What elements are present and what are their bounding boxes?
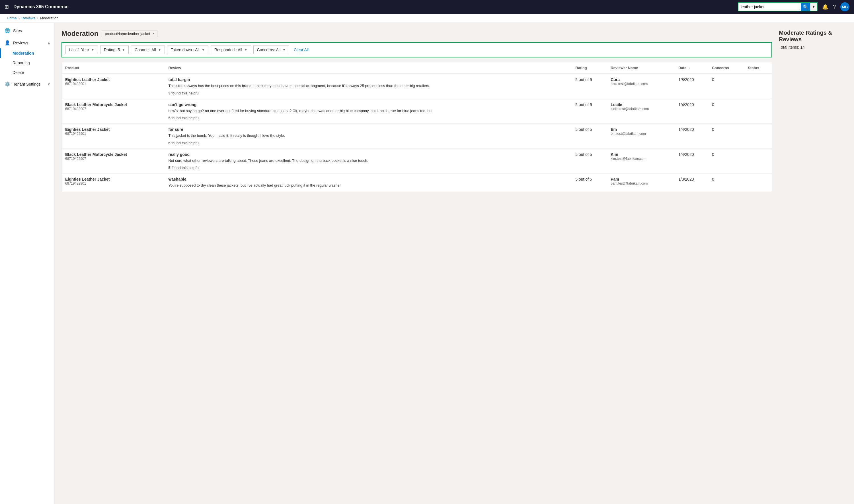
chevron-down-icon: ∧: [48, 41, 50, 44]
sidebar-item-tenant-label: Tenant Settings: [13, 82, 41, 87]
filter-rating[interactable]: Rating: 5 ▼: [100, 46, 129, 54]
app-title: Dynamics 365 Commerce: [13, 4, 371, 10]
reviews-table: Product Review Rating Reviewer Name Date…: [62, 62, 772, 192]
sidebar-item-delete[interactable]: Delete: [0, 68, 54, 77]
right-panel-title: Moderate Ratings & Reviews: [779, 30, 847, 43]
sidebar-section-sites: 🌐 Sites: [0, 25, 54, 36]
table-row[interactable]: Eighties Leather Jacket 68719492901 wash…: [62, 174, 772, 192]
reviewer-name-3: Kim: [611, 152, 672, 157]
filter-concerns[interactable]: Concerns: All ▼: [254, 46, 289, 54]
filter-taken-down-label: Taken down : All: [171, 48, 199, 52]
product-name-1: Black Leather Motorcycle Jacket: [65, 102, 161, 107]
chevron-responded-icon: ▼: [245, 48, 247, 52]
col-date: Date ↓: [675, 62, 709, 74]
helpful-text-0: 3 found this helpful: [168, 91, 569, 95]
chevron-date-icon: ▼: [91, 48, 94, 52]
filter-responded[interactable]: Responded : All ▼: [211, 46, 251, 54]
cell-reviewer-0: Cora cora.test@fabrikam.com: [607, 74, 675, 99]
table-header-row: Product Review Rating Reviewer Name Date…: [62, 62, 772, 74]
sidebar-item-tenant-settings[interactable]: ⚙️ Tenant Settings ∨: [0, 78, 54, 90]
breadcrumb-home[interactable]: Home: [7, 16, 17, 20]
review-body-4: You're supposed to dry clean these jacke…: [168, 183, 569, 188]
sidebar-item-sites[interactable]: 🌐 Sites: [0, 25, 54, 36]
filter-responded-label: Responded : All: [214, 48, 242, 52]
cell-product-4: Eighties Leather Jacket 68719492901: [62, 174, 165, 192]
reviewer-name-1: Lucile: [611, 102, 672, 107]
product-id-1: 68719492907: [65, 107, 161, 111]
review-title-3: really good: [168, 152, 569, 157]
sidebar-section-reviews: 👤 Reviews ∧ Moderation Reporting Delete: [0, 37, 54, 77]
helpful-text-2: 6 found this helpful: [168, 141, 569, 145]
col-product: Product: [62, 62, 165, 74]
cell-date-4: 1/3/2020: [675, 174, 709, 192]
sidebar-item-sites-label: Sites: [13, 29, 22, 33]
product-id-3: 68719492907: [65, 157, 161, 161]
cell-status-1: [744, 99, 772, 124]
product-name-3: Black Leather Motorcycle Jacket: [65, 152, 161, 157]
review-body-3: Not sure what other reviewers are talkin…: [168, 158, 569, 164]
col-reviewer: Reviewer Name: [607, 62, 675, 74]
product-name-0: Eighties Leather Jacket: [65, 77, 161, 82]
reviewer-email-4: pam.test@fabrikam.com: [611, 181, 672, 185]
search-dropdown-button[interactable]: ▼: [810, 3, 817, 11]
chevron-channel-icon: ▼: [158, 48, 161, 52]
search-button[interactable]: 🔍: [801, 3, 810, 11]
cell-status-3: [744, 148, 772, 174]
page-title-row: Moderation productName:leather jacket ×: [62, 30, 772, 38]
col-status: Status: [744, 62, 772, 74]
sidebar-section-tenant-settings: ⚙️ Tenant Settings ∨: [0, 78, 54, 90]
help-icon[interactable]: ?: [833, 4, 836, 10]
cell-rating-2: 5 out of 5: [572, 124, 607, 149]
review-body-1: how's that saying go? no one ever got fi…: [168, 108, 569, 114]
top-navigation: ⊞ Dynamics 365 Commerce 🔍 ▼ 🔔 ? MG: [0, 0, 854, 14]
filter-channel[interactable]: Channel: All ▼: [131, 46, 165, 54]
sort-date-icon[interactable]: ↓: [689, 67, 690, 70]
table-row[interactable]: Eighties Leather Jacket 68719492901 for …: [62, 124, 772, 149]
breadcrumb-reviews[interactable]: Reviews: [21, 16, 35, 20]
chevron-taken-down-icon: ▼: [202, 48, 205, 52]
table-row[interactable]: Eighties Leather Jacket 68719492901 tota…: [62, 74, 772, 99]
product-name-4: Eighties Leather Jacket: [65, 177, 161, 181]
search-input[interactable]: [738, 3, 801, 11]
table-row[interactable]: Black Leather Motorcycle Jacket 68719492…: [62, 99, 772, 124]
filter-taken-down[interactable]: Taken down : All ▼: [167, 46, 208, 54]
filter-tag-text: productName:leather jacket: [105, 32, 150, 36]
globe-icon: 🌐: [4, 28, 10, 33]
main-content: Moderation productName:leather jacket × …: [55, 23, 854, 504]
table-row[interactable]: Black Leather Motorcycle Jacket 68719492…: [62, 148, 772, 174]
nav-icons: 🔔 ? MG: [822, 2, 850, 11]
cell-concerns-4: 0: [709, 174, 744, 192]
cell-concerns-2: 0: [709, 124, 744, 149]
reviewer-email-0: cora.test@fabrikam.com: [611, 82, 672, 86]
cell-concerns-0: 0: [709, 74, 744, 99]
grid-icon[interactable]: ⊞: [4, 4, 9, 10]
cell-review-2: for sure This jacket is the bomb. Yep, I…: [165, 124, 572, 149]
filter-date[interactable]: Last 1 Year ▼: [66, 46, 98, 54]
page-title: Moderation: [62, 30, 98, 38]
review-title-2: for sure: [168, 127, 569, 132]
cell-status-0: [744, 74, 772, 99]
notification-icon[interactable]: 🔔: [822, 4, 829, 10]
clear-all-button[interactable]: Clear All: [293, 46, 310, 54]
filter-date-label: Last 1 Year: [69, 48, 89, 52]
col-review: Review: [165, 62, 572, 74]
cell-product-1: Black Leather Motorcycle Jacket 68719492…: [62, 99, 165, 124]
filter-tag-close[interactable]: ×: [152, 32, 154, 36]
gear-icon: ⚙️: [4, 82, 10, 87]
sidebar-item-moderation[interactable]: Moderation: [0, 48, 54, 58]
reviewer-name-4: Pam: [611, 177, 672, 181]
product-id-4: 68719492901: [65, 181, 161, 185]
sidebar-item-reviews[interactable]: 👤 Reviews ∧: [0, 37, 54, 48]
reviewer-name-0: Cora: [611, 77, 672, 82]
global-search-box: 🔍 ▼: [738, 2, 818, 11]
breadcrumb: Home › Reviews › Moderation: [0, 14, 854, 23]
cell-review-1: can't go wrong how's that saying go? no …: [165, 99, 572, 124]
filter-concerns-label: Concerns: All: [257, 48, 280, 52]
cell-date-2: 1/4/2020: [675, 124, 709, 149]
review-title-4: washable: [168, 177, 569, 181]
cell-rating-3: 5 out of 5: [572, 148, 607, 174]
sidebar-item-reporting[interactable]: Reporting: [0, 58, 54, 68]
user-avatar[interactable]: MG: [840, 2, 850, 11]
reviews-table-wrapper[interactable]: Product Review Rating Reviewer Name Date…: [62, 62, 772, 192]
cell-status-4: [744, 174, 772, 192]
